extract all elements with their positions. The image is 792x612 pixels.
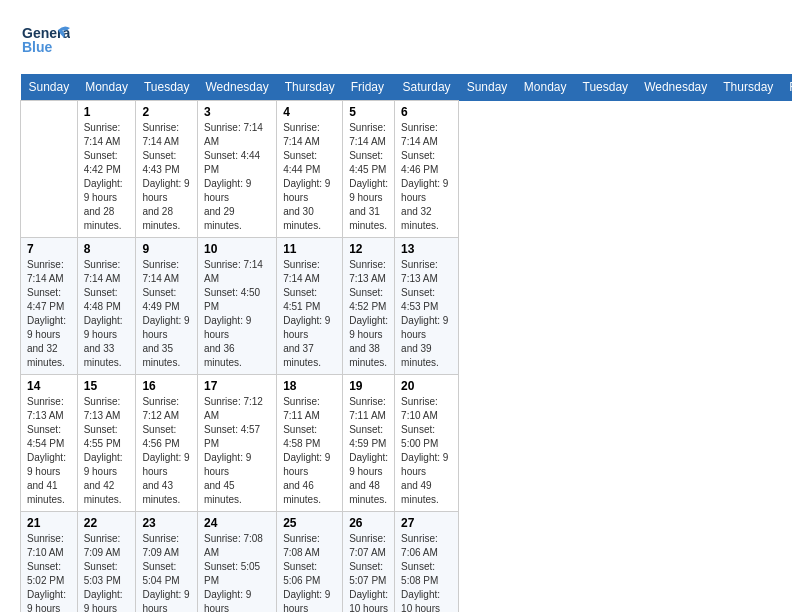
calendar-cell: 1Sunrise: 7:14 AM Sunset: 4:42 PM Daylig… (77, 101, 136, 238)
day-number: 16 (142, 379, 191, 393)
calendar-week-3: 14Sunrise: 7:13 AM Sunset: 4:54 PM Dayli… (21, 375, 793, 512)
day-header-thursday: Thursday (715, 74, 781, 101)
calendar-table: SundayMondayTuesdayWednesdayThursdayFrid… (20, 74, 792, 612)
day-info: Sunrise: 7:12 AM Sunset: 4:57 PM Dayligh… (204, 395, 270, 507)
day-number: 27 (401, 516, 452, 530)
day-number: 18 (283, 379, 336, 393)
day-info: Sunrise: 7:11 AM Sunset: 4:58 PM Dayligh… (283, 395, 336, 507)
day-number: 1 (84, 105, 130, 119)
svg-text:Blue: Blue (22, 39, 53, 55)
day-number: 14 (27, 379, 71, 393)
day-number: 5 (349, 105, 388, 119)
day-info: Sunrise: 7:13 AM Sunset: 4:52 PM Dayligh… (349, 258, 388, 370)
day-header-sunday: Sunday (459, 74, 516, 101)
day-info: Sunrise: 7:13 AM Sunset: 4:54 PM Dayligh… (27, 395, 71, 507)
calendar-cell: 2Sunrise: 7:14 AM Sunset: 4:43 PM Daylig… (136, 101, 198, 238)
day-info: Sunrise: 7:13 AM Sunset: 4:55 PM Dayligh… (84, 395, 130, 507)
calendar-cell: 21Sunrise: 7:10 AM Sunset: 5:02 PM Dayli… (21, 512, 78, 613)
calendar-cell: 13Sunrise: 7:13 AM Sunset: 4:53 PM Dayli… (395, 238, 459, 375)
day-number: 2 (142, 105, 191, 119)
day-info: Sunrise: 7:13 AM Sunset: 4:53 PM Dayligh… (401, 258, 452, 370)
day-info: Sunrise: 7:10 AM Sunset: 5:00 PM Dayligh… (401, 395, 452, 507)
day-info: Sunrise: 7:14 AM Sunset: 4:43 PM Dayligh… (142, 121, 191, 233)
day-number: 10 (204, 242, 270, 256)
calendar-cell: 15Sunrise: 7:13 AM Sunset: 4:55 PM Dayli… (77, 375, 136, 512)
calendar-cell: 11Sunrise: 7:14 AM Sunset: 4:51 PM Dayli… (277, 238, 343, 375)
day-info: Sunrise: 7:14 AM Sunset: 4:45 PM Dayligh… (349, 121, 388, 233)
day-info: Sunrise: 7:10 AM Sunset: 5:02 PM Dayligh… (27, 532, 71, 612)
calendar-cell: 19Sunrise: 7:11 AM Sunset: 4:59 PM Dayli… (343, 375, 395, 512)
calendar-cell: 4Sunrise: 7:14 AM Sunset: 4:44 PM Daylig… (277, 101, 343, 238)
calendar-cell: 27Sunrise: 7:06 AM Sunset: 5:08 PM Dayli… (395, 512, 459, 613)
calendar-cell: 23Sunrise: 7:09 AM Sunset: 5:04 PM Dayli… (136, 512, 198, 613)
day-number: 20 (401, 379, 452, 393)
calendar-header-row: SundayMondayTuesdayWednesdayThursdayFrid… (21, 74, 793, 101)
day-info: Sunrise: 7:14 AM Sunset: 4:47 PM Dayligh… (27, 258, 71, 370)
day-number: 6 (401, 105, 452, 119)
day-header-saturday: Saturday (395, 74, 459, 101)
day-number: 8 (84, 242, 130, 256)
day-header-wednesday: Wednesday (636, 74, 715, 101)
day-number: 21 (27, 516, 71, 530)
logo: General Blue (20, 20, 70, 64)
day-number: 26 (349, 516, 388, 530)
day-info: Sunrise: 7:14 AM Sunset: 4:51 PM Dayligh… (283, 258, 336, 370)
day-number: 13 (401, 242, 452, 256)
calendar-cell: 9Sunrise: 7:14 AM Sunset: 4:49 PM Daylig… (136, 238, 198, 375)
day-info: Sunrise: 7:06 AM Sunset: 5:08 PM Dayligh… (401, 532, 452, 612)
calendar-cell: 22Sunrise: 7:09 AM Sunset: 5:03 PM Dayli… (77, 512, 136, 613)
day-number: 9 (142, 242, 191, 256)
logo-icon: General Blue (20, 20, 70, 60)
calendar-cell: 6Sunrise: 7:14 AM Sunset: 4:46 PM Daylig… (395, 101, 459, 238)
day-number: 4 (283, 105, 336, 119)
calendar-cell: 18Sunrise: 7:11 AM Sunset: 4:58 PM Dayli… (277, 375, 343, 512)
day-number: 15 (84, 379, 130, 393)
calendar-cell: 17Sunrise: 7:12 AM Sunset: 4:57 PM Dayli… (198, 375, 277, 512)
day-info: Sunrise: 7:12 AM Sunset: 4:56 PM Dayligh… (142, 395, 191, 507)
day-number: 17 (204, 379, 270, 393)
day-number: 22 (84, 516, 130, 530)
day-info: Sunrise: 7:08 AM Sunset: 5:06 PM Dayligh… (283, 532, 336, 612)
calendar-cell (21, 101, 78, 238)
calendar-cell: 24Sunrise: 7:08 AM Sunset: 5:05 PM Dayli… (198, 512, 277, 613)
day-info: Sunrise: 7:14 AM Sunset: 4:44 PM Dayligh… (283, 121, 336, 233)
day-number: 11 (283, 242, 336, 256)
day-number: 24 (204, 516, 270, 530)
day-info: Sunrise: 7:14 AM Sunset: 4:42 PM Dayligh… (84, 121, 130, 233)
day-number: 19 (349, 379, 388, 393)
day-header-tuesday: Tuesday (575, 74, 637, 101)
day-info: Sunrise: 7:14 AM Sunset: 4:50 PM Dayligh… (204, 258, 270, 370)
day-header-monday: Monday (516, 74, 575, 101)
calendar-cell: 26Sunrise: 7:07 AM Sunset: 5:07 PM Dayli… (343, 512, 395, 613)
day-info: Sunrise: 7:07 AM Sunset: 5:07 PM Dayligh… (349, 532, 388, 612)
day-info: Sunrise: 7:09 AM Sunset: 5:04 PM Dayligh… (142, 532, 191, 612)
day-info: Sunrise: 7:14 AM Sunset: 4:49 PM Dayligh… (142, 258, 191, 370)
day-number: 23 (142, 516, 191, 530)
calendar-week-4: 21Sunrise: 7:10 AM Sunset: 5:02 PM Dayli… (21, 512, 793, 613)
page-header: General Blue (20, 20, 772, 64)
day-number: 7 (27, 242, 71, 256)
day-number: 3 (204, 105, 270, 119)
day-info: Sunrise: 7:08 AM Sunset: 5:05 PM Dayligh… (204, 532, 270, 612)
day-info: Sunrise: 7:11 AM Sunset: 4:59 PM Dayligh… (349, 395, 388, 507)
calendar-cell: 16Sunrise: 7:12 AM Sunset: 4:56 PM Dayli… (136, 375, 198, 512)
day-info: Sunrise: 7:14 AM Sunset: 4:44 PM Dayligh… (204, 121, 270, 233)
day-header-sunday: Sunday (21, 74, 78, 101)
day-info: Sunrise: 7:14 AM Sunset: 4:48 PM Dayligh… (84, 258, 130, 370)
calendar-cell: 8Sunrise: 7:14 AM Sunset: 4:48 PM Daylig… (77, 238, 136, 375)
calendar-cell: 5Sunrise: 7:14 AM Sunset: 4:45 PM Daylig… (343, 101, 395, 238)
calendar-cell: 20Sunrise: 7:10 AM Sunset: 5:00 PM Dayli… (395, 375, 459, 512)
calendar-week-2: 7Sunrise: 7:14 AM Sunset: 4:47 PM Daylig… (21, 238, 793, 375)
day-header-friday: Friday (781, 74, 792, 101)
calendar-week-1: 1Sunrise: 7:14 AM Sunset: 4:42 PM Daylig… (21, 101, 793, 238)
day-info: Sunrise: 7:09 AM Sunset: 5:03 PM Dayligh… (84, 532, 130, 612)
calendar-cell: 14Sunrise: 7:13 AM Sunset: 4:54 PM Dayli… (21, 375, 78, 512)
day-header-friday: Friday (343, 74, 395, 101)
calendar-cell: 12Sunrise: 7:13 AM Sunset: 4:52 PM Dayli… (343, 238, 395, 375)
day-header-thursday: Thursday (277, 74, 343, 101)
day-number: 12 (349, 242, 388, 256)
day-header-tuesday: Tuesday (136, 74, 198, 101)
calendar-cell: 10Sunrise: 7:14 AM Sunset: 4:50 PM Dayli… (198, 238, 277, 375)
day-info: Sunrise: 7:14 AM Sunset: 4:46 PM Dayligh… (401, 121, 452, 233)
calendar-cell: 7Sunrise: 7:14 AM Sunset: 4:47 PM Daylig… (21, 238, 78, 375)
